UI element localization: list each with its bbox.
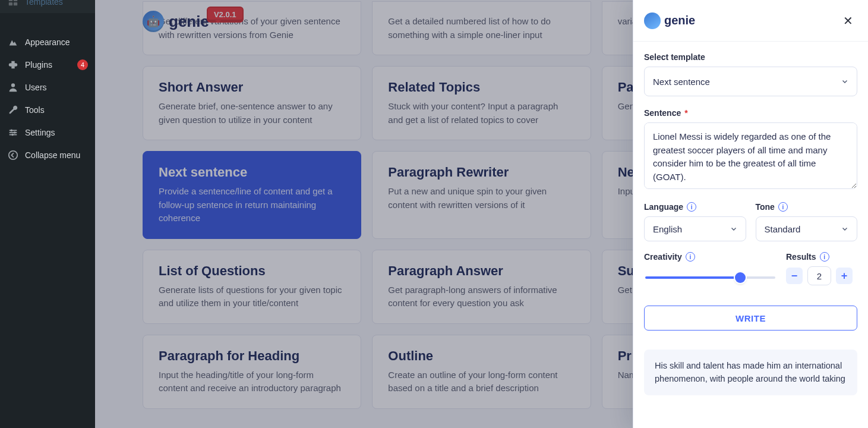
sidebar-item-templates[interactable]: Templates bbox=[0, 0, 95, 13]
required-indicator: * bbox=[684, 108, 687, 118]
sentence-label: Sentence * bbox=[644, 108, 857, 118]
language-label: Language i bbox=[644, 202, 746, 212]
genie-panel: genie ✕ Select template Next sentence Se… bbox=[633, 0, 868, 428]
sidebar-item-collapse[interactable]: Collapse menu bbox=[0, 144, 95, 166]
results-label: Results i bbox=[786, 252, 857, 262]
svg-rect-0 bbox=[9, 0, 12, 1]
mascot-icon bbox=[644, 12, 661, 29]
decrement-button[interactable]: − bbox=[786, 268, 803, 284]
panel-header: genie ✕ bbox=[633, 0, 868, 42]
settings-icon bbox=[7, 127, 19, 139]
sidebar-item-label: Plugins bbox=[25, 60, 52, 70]
sentence-input[interactable] bbox=[644, 122, 857, 189]
sidebar-item-label: Settings bbox=[25, 128, 55, 137]
svg-point-4 bbox=[11, 83, 15, 87]
sidebar-item-settings[interactable]: Settings bbox=[0, 121, 95, 144]
language-select[interactable]: English bbox=[644, 216, 746, 241]
tools-icon bbox=[7, 104, 19, 116]
increment-button[interactable]: + bbox=[836, 268, 853, 284]
results-input[interactable] bbox=[807, 266, 831, 285]
sidebar-item-label: Appearance bbox=[25, 37, 70, 47]
info-icon[interactable]: i bbox=[778, 202, 788, 212]
write-button[interactable]: WRITE bbox=[644, 306, 857, 331]
sidebar-item-label: Users bbox=[25, 83, 47, 92]
creativity-slider[interactable] bbox=[645, 276, 775, 279]
users-icon bbox=[7, 81, 19, 93]
appearance-icon bbox=[7, 36, 19, 48]
collapse-icon bbox=[7, 149, 19, 161]
result-text: His skill and talent has made him an int… bbox=[644, 350, 857, 395]
sidebar-item-tools[interactable]: Tools bbox=[0, 99, 95, 121]
creativity-label: Creativity i bbox=[644, 252, 777, 262]
tone-label: Tone i bbox=[756, 202, 858, 212]
sidebar-item-label: Tools bbox=[25, 105, 45, 115]
svg-point-8 bbox=[11, 130, 13, 132]
close-button[interactable]: ✕ bbox=[838, 11, 857, 30]
sidebar-item-appearance[interactable]: Appearance bbox=[0, 31, 95, 54]
sidebar-item-label: Templates bbox=[25, 0, 63, 7]
tone-select[interactable]: Standard bbox=[756, 216, 858, 241]
svg-point-11 bbox=[9, 151, 17, 159]
info-icon[interactable]: i bbox=[687, 202, 696, 212]
brand-name: genie bbox=[664, 14, 695, 27]
info-icon[interactable]: i bbox=[686, 252, 695, 262]
panel-body: Select template Next sentence Sentence *… bbox=[633, 42, 868, 428]
sidebar-item-label: Collapse menu bbox=[25, 150, 80, 160]
svg-rect-1 bbox=[14, 0, 17, 1]
main-area: Get different variations of your given s… bbox=[95, 0, 868, 428]
sidebar-item-users[interactable]: Users bbox=[0, 76, 95, 99]
results-stepper: − + bbox=[786, 266, 857, 285]
templates-icon bbox=[7, 0, 19, 8]
svg-point-10 bbox=[11, 134, 14, 136]
svg-rect-3 bbox=[14, 2, 17, 5]
svg-rect-2 bbox=[9, 2, 12, 5]
select-template-label: Select template bbox=[644, 52, 857, 62]
info-icon[interactable]: i bbox=[820, 252, 829, 262]
plugins-badge: 4 bbox=[77, 59, 88, 70]
plugins-icon bbox=[7, 59, 19, 71]
svg-point-9 bbox=[14, 131, 16, 134]
template-select[interactable]: Next sentence bbox=[644, 67, 857, 96]
wp-admin-sidebar: Templates Appearance Plugins 4 Users Too… bbox=[0, 0, 95, 428]
close-icon: ✕ bbox=[843, 14, 853, 28]
sidebar-item-plugins[interactable]: Plugins 4 bbox=[0, 54, 95, 76]
panel-logo: genie bbox=[644, 12, 695, 29]
